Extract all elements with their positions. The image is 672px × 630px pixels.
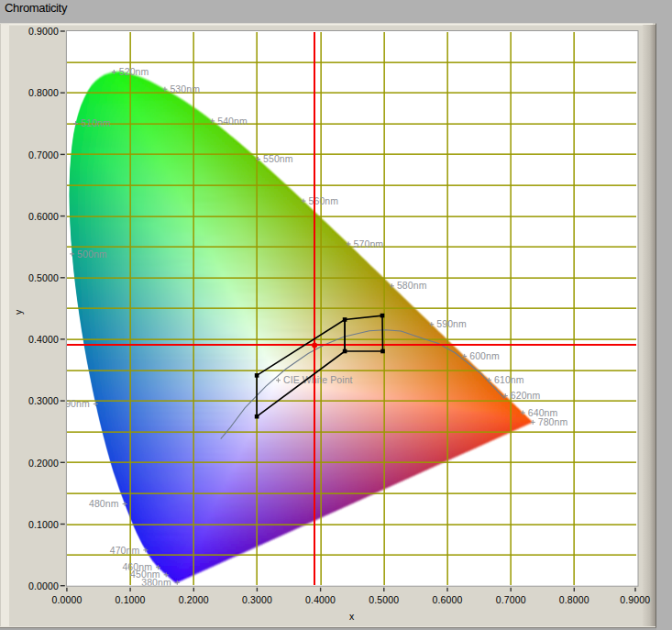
svg-text:0.5000: 0.5000 — [28, 272, 59, 283]
svg-text:0.5000: 0.5000 — [369, 594, 399, 605]
svg-text:530nm: 530nm — [170, 83, 200, 94]
svg-text:0.4000: 0.4000 — [28, 334, 59, 345]
svg-text:y: y — [13, 309, 24, 315]
svg-text:Chromaticity: Chromaticity — [5, 1, 68, 15]
svg-text:470nm: 470nm — [110, 545, 140, 556]
svg-text:560nm: 560nm — [309, 195, 339, 206]
svg-text:0.4000: 0.4000 — [305, 594, 336, 605]
svg-text:500nm: 500nm — [77, 249, 107, 260]
svg-text:510nm: 510nm — [81, 117, 111, 128]
svg-text:CIE White Point: CIE White Point — [283, 374, 353, 385]
svg-text:0.1000: 0.1000 — [116, 594, 146, 605]
svg-text:0.0000: 0.0000 — [51, 594, 82, 605]
svg-text:580nm: 580nm — [397, 280, 427, 291]
svg-text:0.2000: 0.2000 — [179, 594, 209, 605]
svg-text:620nm: 620nm — [511, 390, 541, 401]
svg-text:0.2000: 0.2000 — [28, 458, 59, 469]
svg-text:0.7000: 0.7000 — [496, 594, 526, 605]
svg-text:590nm: 590nm — [436, 318, 467, 329]
svg-text:0.3000: 0.3000 — [242, 594, 272, 605]
svg-text:0.1000: 0.1000 — [28, 519, 59, 530]
svg-text:0.0000: 0.0000 — [28, 580, 59, 591]
svg-text:0.7000: 0.7000 — [28, 149, 59, 160]
svg-text:0.3000: 0.3000 — [28, 395, 59, 406]
svg-text:0.6000: 0.6000 — [432, 594, 462, 605]
svg-text:780nm: 780nm — [538, 416, 568, 427]
svg-text:0.8000: 0.8000 — [559, 594, 589, 605]
svg-text:600nm: 600nm — [469, 350, 500, 361]
svg-text:0.6000: 0.6000 — [28, 211, 59, 222]
svg-text:0.9000: 0.9000 — [28, 26, 59, 37]
svg-text:0.8000: 0.8000 — [28, 87, 59, 98]
svg-text:610nm: 610nm — [494, 374, 524, 385]
svg-text:520nm: 520nm — [119, 66, 149, 77]
svg-text:0.9000: 0.9000 — [620, 594, 650, 605]
svg-text:480nm: 480nm — [89, 498, 119, 509]
svg-text:550nm: 550nm — [263, 153, 293, 164]
svg-text:x: x — [349, 611, 355, 622]
svg-text:570nm: 570nm — [354, 238, 384, 249]
svg-text:540nm: 540nm — [217, 116, 248, 127]
